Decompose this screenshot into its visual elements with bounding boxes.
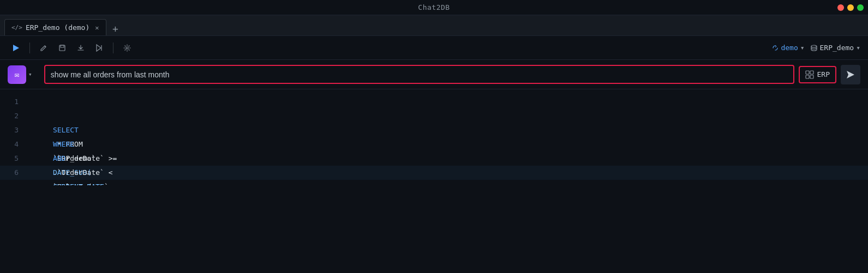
ai-erp-btn[interactable]: ERP <box>799 66 836 83</box>
line-number-4: 4 <box>0 137 27 151</box>
code-line-1: 1 <box>0 95 868 109</box>
database-label: ERP_demo <box>820 44 854 52</box>
maximize-window-btn[interactable] <box>857 4 864 11</box>
connection-label: demo <box>781 44 798 52</box>
line-number-2: 2 <box>0 109 27 123</box>
send-icon <box>846 70 855 79</box>
app-title: Chat2DB <box>418 3 450 11</box>
tab-erp-demo[interactable]: </> ERP_demo (demo) ✕ <box>4 19 106 35</box>
code-editor[interactable]: 1 2 SELECT * FROM `ERP_demo` . `SalesOrd… <box>0 89 868 185</box>
connection-selector[interactable]: demo ▾ <box>772 44 804 52</box>
minimize-window-btn[interactable] <box>847 4 854 11</box>
database-dropdown-icon: ▾ <box>856 44 860 52</box>
line-number-3: 3 <box>0 123 27 137</box>
erp-icon <box>805 70 814 79</box>
tab-bar: </> ERP_demo (demo) ✕ + <box>0 15 868 36</box>
svg-marker-3 <box>97 45 101 51</box>
toolbar-sep-1 <box>29 43 30 53</box>
close-window-btn[interactable] <box>837 4 844 11</box>
code-line-4: 4 AND `OrderDate` < CURRENT_DATE ; <box>0 137 868 151</box>
code-line-6: 6 <box>0 166 868 180</box>
line-number-1: 1 <box>0 95 27 109</box>
database-selector[interactable]: ERP_demo ▾ <box>810 44 860 52</box>
code-line-2: 2 SELECT * FROM `ERP_demo` . `SalesOrder… <box>0 109 868 123</box>
tab-code-icon: </> <box>11 24 22 31</box>
svg-rect-8 <box>810 71 813 74</box>
line-number-6: 6 <box>0 166 27 180</box>
svg-rect-7 <box>806 71 809 74</box>
svg-marker-0 <box>13 45 19 51</box>
line-content-4: AND `OrderDate` < CURRENT_DATE ; <box>27 137 117 185</box>
svg-point-6 <box>811 45 817 47</box>
ai-input-row: ✉ ▾ ERP <box>0 60 868 89</box>
svg-marker-11 <box>847 71 854 78</box>
connection-dropdown-icon: ▾ <box>800 44 805 52</box>
toolbar: demo ▾ ERP_demo ▾ <box>0 36 868 60</box>
svg-rect-9 <box>806 75 809 78</box>
execute-partial-btn[interactable] <box>91 40 107 56</box>
toolbar-right: demo ▾ ERP_demo ▾ <box>772 44 860 52</box>
run-btn[interactable] <box>8 40 24 56</box>
ai-mode-dropdown[interactable]: ▾ <box>28 71 32 78</box>
tab-label: ERP_demo (demo) <box>26 23 89 32</box>
ai-query-input[interactable] <box>51 70 788 79</box>
svg-point-5 <box>126 47 128 49</box>
tab-close-btn[interactable]: ✕ <box>95 24 99 32</box>
title-bar: Chat2DB <box>0 0 868 15</box>
download-btn[interactable] <box>73 40 89 56</box>
keyword-and: AND <box>53 154 65 162</box>
erp-btn-label: ERP <box>817 70 830 78</box>
ai-mode-btn[interactable]: ✉ <box>8 65 26 84</box>
toolbar-sep-2 <box>113 43 113 53</box>
ai-query-input-wrapper[interactable] <box>44 65 794 84</box>
svg-rect-10 <box>810 75 813 78</box>
tab-add-btn[interactable]: + <box>109 21 123 35</box>
window-controls <box>837 4 864 11</box>
line-number-5: 5 <box>0 151 27 166</box>
edit-btn[interactable] <box>35 40 52 56</box>
save-btn[interactable] <box>54 40 70 56</box>
ai-icon: ✉ <box>15 70 19 79</box>
code-line-5: 5 <box>0 151 868 166</box>
ai-send-btn[interactable] <box>841 65 860 84</box>
code-line-3: 3 WHERE `OrderDate` >= DATE_SUB( CURRENT… <box>0 123 868 137</box>
settings-btn[interactable] <box>119 40 135 56</box>
